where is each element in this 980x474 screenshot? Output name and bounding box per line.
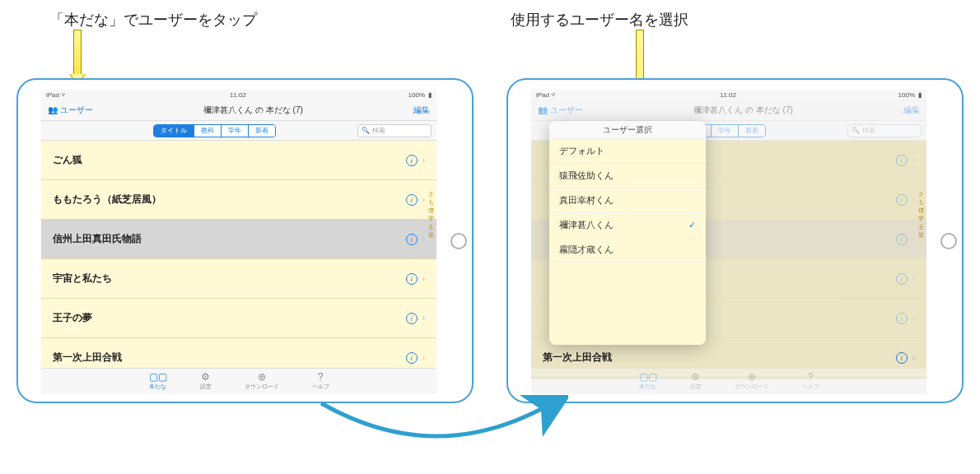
user-name: 禰津甚八くん xyxy=(559,219,614,231)
user-name: デフォルト xyxy=(559,145,604,157)
book-title: 第一次上田合戦 xyxy=(543,351,612,365)
index-bar[interactable]: さも信宇王第 xyxy=(917,190,925,239)
search-input[interactable]: 🔍 検索 xyxy=(357,124,432,137)
home-button[interactable] xyxy=(940,233,957,249)
chevron-right-icon: › xyxy=(422,235,425,244)
tab-設定[interactable]: ⚙設定 xyxy=(690,372,702,391)
book-title: 信州上田真田氏物語 xyxy=(53,232,142,246)
tab-icon: ▢▢ xyxy=(149,372,167,382)
info-icon: i xyxy=(896,155,908,166)
tab-icon: ▢▢ xyxy=(639,372,657,382)
status-bar: iPad ᯤ 11:02 100%▮ xyxy=(41,90,436,100)
search-icon: 🔍 xyxy=(362,127,370,134)
chevron-right-icon: › xyxy=(422,156,425,165)
screen-left: iPad ᯤ 11:02 100%▮ 👥 ユーザー 禰津甚八くん の 本だな (… xyxy=(41,90,436,394)
tab-本だな[interactable]: ▢▢本だな xyxy=(149,372,167,391)
book-title: 王子の夢 xyxy=(53,311,92,325)
info-icon: i xyxy=(896,194,908,206)
status-time: 11:02 xyxy=(720,91,736,99)
user-select-popover: ユーザー選択 デフォルト猿飛佐助くん真田幸村くん禰津甚八くん✓霧隠才蔵くん xyxy=(549,121,706,345)
caption-left: 「本だな」でユーザーをタップ xyxy=(49,10,257,30)
user-option[interactable]: 霧隠才蔵くん xyxy=(549,238,706,263)
list-item[interactable]: 信州上田真田氏物語i› xyxy=(41,220,436,259)
edit-button[interactable]: 編集 xyxy=(413,105,430,116)
user-option[interactable]: デフォルト xyxy=(549,139,706,164)
filter-row: タイトル教科学年新着 🔍 検索 xyxy=(41,121,436,141)
info-icon[interactable]: i xyxy=(406,194,418,206)
status-right: 100%▮ xyxy=(408,91,432,99)
book-list[interactable]: ごん狐i›ももたろう（紙芝居風）i›信州上田真田氏物語i›宇宙と私たちi›王子の… xyxy=(41,141,436,379)
user-name: 猿飛佐助くん xyxy=(559,170,614,182)
ipad-right: iPad ᯤ 11:02 100%▮ 👥 ユーザー 禰津甚八くん の 本だな (… xyxy=(506,78,964,403)
segment-0[interactable]: タイトル xyxy=(154,125,194,137)
ipad-left: iPad ᯤ 11:02 100%▮ 👥 ユーザー 禰津甚八くん の 本だな (… xyxy=(16,78,474,403)
chevron-right-icon: › xyxy=(422,314,425,323)
list-item[interactable]: ももたろう（紙芝居風）i› xyxy=(41,180,436,220)
segmented-control[interactable]: タイトル教科学年新着 xyxy=(153,124,276,137)
list-item[interactable]: 王子の夢i› xyxy=(41,299,436,338)
user-option[interactable]: 猿飛佐助くん xyxy=(549,164,706,188)
tab-icon: ? xyxy=(808,372,814,382)
segment-1[interactable]: 教科 xyxy=(194,125,222,137)
chevron-right-icon: › xyxy=(422,274,425,283)
search-placeholder: 検索 xyxy=(862,126,875,135)
tab-bar: ▢▢本だな⚙設定⊛ダウンロード?ヘルプ xyxy=(41,368,436,394)
search-input[interactable]: 🔍 検索 xyxy=(847,124,922,137)
tab-ヘルプ[interactable]: ?ヘルプ xyxy=(312,372,329,391)
user-name: 真田幸村くん xyxy=(559,194,614,207)
user-button[interactable]: 👥 ユーザー xyxy=(538,105,583,116)
book-title: 第一次上田合戦 xyxy=(53,351,122,365)
segment-2[interactable]: 学年 xyxy=(222,125,249,137)
search-icon: 🔍 xyxy=(852,127,860,134)
info-icon[interactable]: i xyxy=(896,352,908,364)
screen-right: iPad ᯤ 11:02 100%▮ 👥 ユーザー 禰津甚八くん の 本だな (… xyxy=(531,90,926,394)
info-icon[interactable]: i xyxy=(406,155,418,166)
info-icon[interactable]: i xyxy=(406,234,418,245)
info-icon[interactable]: i xyxy=(406,352,418,364)
list-item[interactable]: 宇宙と私たちi› xyxy=(41,259,436,299)
users-icon: 👥 xyxy=(48,105,58,114)
status-time: 11:02 xyxy=(230,91,246,99)
status-right: 100%▮ xyxy=(898,91,922,99)
tab-ヘルプ[interactable]: ?ヘルプ xyxy=(802,372,819,391)
tab-bar: ▢▢本だな⚙設定⊛ダウンロード?ヘルプ xyxy=(531,368,926,394)
user-option[interactable]: 禰津甚八くん✓ xyxy=(549,213,706,238)
edit-button[interactable]: 編集 xyxy=(903,105,920,116)
info-icon[interactable]: i xyxy=(406,313,418,324)
index-bar[interactable]: さも信宇王第 xyxy=(427,190,435,239)
nav-bar: 👥 ユーザー 禰津甚八くん の 本だな (7) 編集 xyxy=(41,100,436,121)
chevron-right-icon: › xyxy=(422,195,425,204)
tab-ダウンロード[interactable]: ⊛ダウンロード xyxy=(735,372,769,391)
search-placeholder: 検索 xyxy=(372,126,385,135)
chevron-right-icon: › xyxy=(912,353,915,362)
status-bar: iPad ᯤ 11:02 100%▮ xyxy=(531,90,926,100)
check-icon: ✓ xyxy=(688,220,696,230)
tab-icon: ⚙ xyxy=(201,372,210,382)
user-option[interactable]: 真田幸村くん xyxy=(549,188,706,213)
tab-icon: ⊛ xyxy=(258,372,266,382)
list-item[interactable]: ごん狐i› xyxy=(41,141,436,180)
home-button[interactable] xyxy=(450,233,467,249)
tab-設定[interactable]: ⚙設定 xyxy=(200,372,212,391)
info-icon: i xyxy=(896,273,908,285)
tab-icon: ⚙ xyxy=(691,372,700,382)
tab-icon: ⊛ xyxy=(748,372,756,382)
transition-arrow xyxy=(305,395,568,461)
info-icon: i xyxy=(896,313,908,324)
popover-list: デフォルト猿飛佐助くん真田幸村くん禰津甚八くん✓霧隠才蔵くん xyxy=(549,139,706,345)
caption-right: 使用するユーザー名を選択 xyxy=(511,10,688,30)
info-icon[interactable]: i xyxy=(406,273,418,285)
tab-ダウンロード[interactable]: ⊛ダウンロード xyxy=(245,372,279,391)
segment-2[interactable]: 学年 xyxy=(712,125,739,137)
status-device: iPad ᯤ xyxy=(46,91,68,99)
page-title: 禰津甚八くん の 本だな (7) xyxy=(693,105,793,116)
users-icon: 👥 xyxy=(538,105,548,114)
book-title: ももたろう（紙芝居風） xyxy=(53,193,161,207)
tab-icon: ? xyxy=(318,372,324,382)
user-button[interactable]: 👥 ユーザー xyxy=(48,105,93,116)
user-name: 霧隠才蔵くん xyxy=(559,244,614,256)
info-icon: i xyxy=(896,234,908,245)
segment-3[interactable]: 新着 xyxy=(739,125,765,137)
segment-3[interactable]: 新着 xyxy=(249,125,275,137)
tab-本だな[interactable]: ▢▢本だな xyxy=(639,372,657,391)
